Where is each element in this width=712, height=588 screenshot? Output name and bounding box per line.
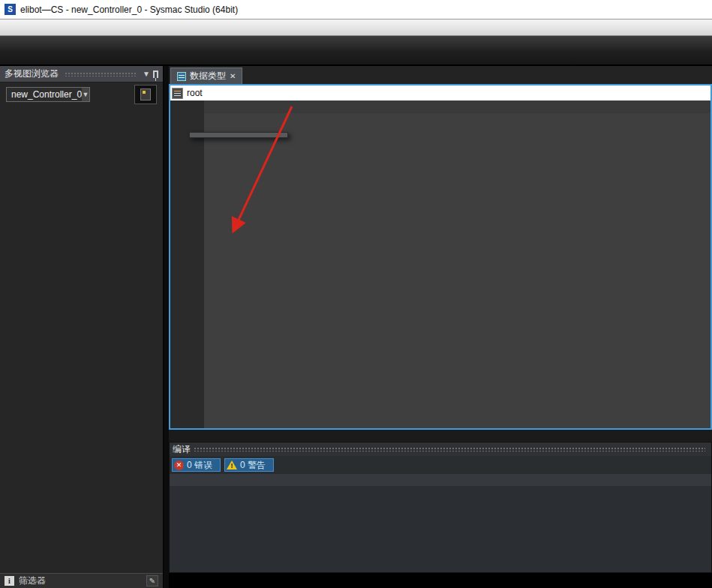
dotted-leader bbox=[65, 72, 137, 76]
explorer-title: 多视图浏览器 bbox=[5, 68, 59, 80]
error-count-badge[interactable]: ✕ 0 错误 bbox=[172, 458, 221, 472]
bottom-tab-bar bbox=[169, 573, 712, 588]
filter-bar[interactable]: i 筛选器 ✎ bbox=[0, 573, 163, 588]
context-menu bbox=[189, 132, 288, 138]
build-message-header bbox=[170, 474, 711, 486]
menu-bar bbox=[0, 20, 712, 36]
multiview-explorer: 多视图浏览器 ▼ new_Controller_0 ▼ i 筛选器 ✎ bbox=[0, 66, 164, 588]
data-types-icon bbox=[177, 72, 186, 81]
build-panel-title: 编译 bbox=[173, 443, 191, 456]
namespace-icon bbox=[172, 88, 183, 99]
build-panel-header: 编译 bbox=[170, 442, 711, 456]
dotted-leader bbox=[194, 447, 705, 452]
explorer-header: 多视图浏览器 ▼ bbox=[0, 66, 163, 82]
category-tabs bbox=[170, 100, 204, 428]
title-bar: S elibot—CS - new_Controller_0 - Sysmac … bbox=[0, 0, 712, 20]
controller-row: new_Controller_0 ▼ bbox=[0, 82, 163, 106]
panel-gap bbox=[169, 430, 712, 442]
editor-column: 数据类型 ✕ root 编译 bbox=[169, 66, 712, 588]
tab-data-types[interactable]: 数据类型 ✕ bbox=[170, 68, 242, 84]
toolbar bbox=[0, 36, 712, 66]
filter-label: 筛选器 bbox=[19, 574, 46, 587]
warning-count-badge[interactable]: 0 警告 bbox=[224, 458, 274, 472]
pin-icon[interactable] bbox=[153, 70, 158, 78]
warning-icon bbox=[227, 460, 237, 470]
controller-device-icon bbox=[134, 85, 157, 104]
build-status-badges: ✕ 0 错误 0 警告 bbox=[170, 456, 711, 474]
tab-label: 数据类型 bbox=[190, 70, 226, 82]
window-title: elibot—CS - new_Controller_0 - Sysmac St… bbox=[20, 4, 238, 15]
chevron-down-icon[interactable]: ▼ bbox=[143, 70, 150, 78]
namespace-bar: root bbox=[170, 86, 710, 100]
splitter[interactable] bbox=[164, 66, 169, 588]
controller-select-value: new_Controller_0 bbox=[11, 89, 82, 100]
app-icon: S bbox=[5, 4, 16, 15]
document-tab-bar: 数据类型 ✕ bbox=[169, 66, 712, 84]
edit-filter-icon[interactable]: ✎ bbox=[146, 575, 158, 586]
chevron-down-icon[interactable]: ▼ bbox=[82, 88, 89, 101]
controller-select[interactable]: new_Controller_0 ▼ bbox=[6, 87, 90, 102]
info-icon: i bbox=[5, 576, 14, 586]
sysmac-studio-window: { "window": {"title": "elibot—CS - new_C… bbox=[0, 0, 712, 588]
namespace-label: root bbox=[187, 88, 203, 98]
error-icon: ✕ bbox=[174, 460, 184, 470]
data-type-grid bbox=[204, 100, 710, 428]
build-message-list bbox=[170, 486, 711, 572]
project-tree bbox=[0, 106, 163, 573]
warning-count: 0 警告 bbox=[240, 459, 266, 472]
close-icon[interactable]: ✕ bbox=[230, 72, 236, 80]
error-count: 0 错误 bbox=[187, 459, 212, 472]
grid-header-row bbox=[204, 100, 710, 113]
build-panel: 编译 ✕ 0 错误 0 警告 bbox=[169, 442, 712, 573]
